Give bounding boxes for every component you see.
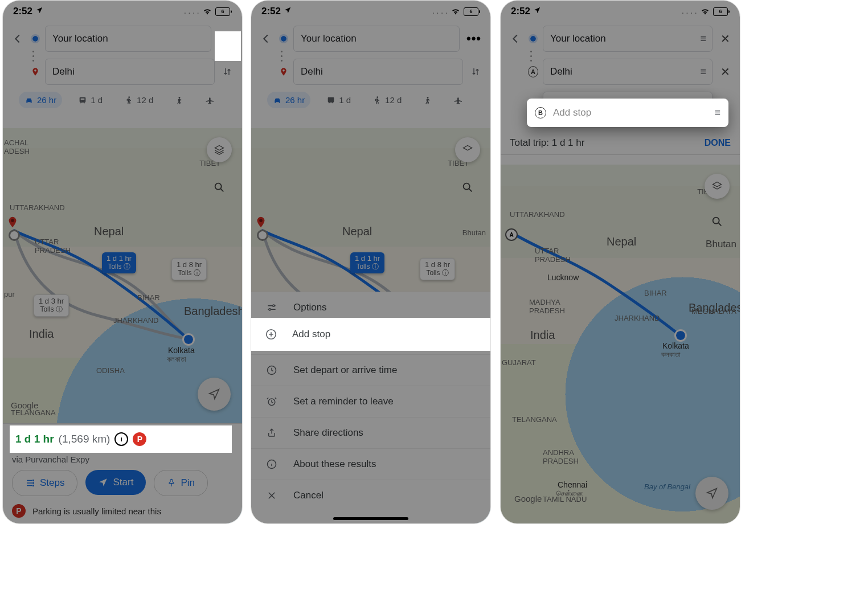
- recenter-button[interactable]: [198, 378, 231, 411]
- layers-button[interactable]: [705, 174, 730, 199]
- map-destination-marker-icon: [676, 331, 685, 340]
- destination-input[interactable]: Delhi: [45, 59, 215, 85]
- map-label: JHARKHAND: [113, 316, 158, 325]
- search-map-button[interactable]: [705, 209, 730, 234]
- route-chip-alt-2[interactable]: 1 d 3 hrTolls ⓘ: [34, 294, 69, 317]
- svg-point-6: [32, 485, 34, 486]
- route-chip-alt-1[interactable]: 1 d 8 hrTolls ⓘ: [171, 258, 207, 280]
- map-label: Nepal: [94, 225, 124, 238]
- svg-point-10: [464, 183, 470, 190]
- mode-rideshare[interactable]: [169, 92, 190, 108]
- pin-button[interactable]: Pin: [154, 470, 208, 496]
- swap-button[interactable]: [219, 64, 235, 80]
- share-icon: [265, 427, 279, 439]
- sheet-reminder[interactable]: Set a reminder to leave: [251, 386, 490, 417]
- waypoint-connector-icon: [530, 51, 532, 62]
- back-button[interactable]: [507, 31, 523, 47]
- home-indicator: [333, 517, 408, 520]
- drag-handle-icon[interactable]: ≡: [700, 33, 706, 45]
- clock: 2:52: [511, 6, 541, 17]
- steps-button[interactable]: Steps: [12, 470, 77, 496]
- parking-notice: Parking is usually limited near this: [32, 506, 161, 516]
- more-options-sheet: Options Add stop Set depart or arrive ti…: [251, 292, 490, 523]
- clock: 2:52: [13, 6, 43, 17]
- layers-button[interactable]: [455, 137, 480, 162]
- trip-summary-row: Total trip: 1 d 1 hr DONE: [501, 127, 740, 155]
- close-icon: [265, 490, 279, 501]
- trip-distance: (1,569 km): [55, 439, 107, 452]
- svg-point-3: [215, 183, 222, 190]
- sheet-share[interactable]: Share directions: [251, 417, 490, 448]
- info-icon: [265, 459, 279, 470]
- add-stop-input[interactable]: Add stop≡: [543, 92, 713, 118]
- clock-icon: [265, 365, 279, 376]
- alarm-icon: [265, 396, 279, 407]
- parking-badge-icon: P: [12, 504, 26, 518]
- route-chip-main[interactable]: 1 d 1 hrTolls ⓘ: [102, 252, 136, 273]
- back-button[interactable]: [258, 31, 274, 47]
- origin-input[interactable]: Your location: [45, 26, 211, 52]
- origin-marker-icon: [30, 36, 40, 42]
- map-label: UTTAR PRADESH: [35, 238, 71, 255]
- stop-a-input[interactable]: Delhi≡: [543, 59, 713, 85]
- svg-point-12: [269, 309, 271, 310]
- mode-transit[interactable]: 1 d: [72, 92, 108, 108]
- swap-button[interactable]: [468, 64, 484, 80]
- map-label: India: [29, 328, 54, 341]
- back-button[interactable]: [10, 31, 26, 47]
- sheet-handle-icon[interactable]: [110, 431, 135, 433]
- map-destination-marker-icon: [184, 335, 193, 344]
- directions-header: Your location≡ ✕ A Delhi≡ ✕ B Add stop≡ …: [501, 20, 740, 127]
- map-label: ACHAL ADESH: [4, 138, 30, 155]
- directions-header: Your location ••• Delhi 26 hr 1 d 12 d: [3, 20, 242, 116]
- layers-button[interactable]: [207, 137, 232, 162]
- start-button[interactable]: Start: [85, 470, 146, 495]
- destination-input[interactable]: Delhi: [293, 59, 463, 85]
- svg-point-9: [259, 219, 263, 223]
- sheet-cancel[interactable]: Cancel: [251, 480, 490, 511]
- mode-flight[interactable]: [200, 92, 220, 108]
- more-options-button[interactable]: •••: [216, 29, 235, 48]
- screenshot-2: 2:52 . . . .6 Your location ••• Delhi 26…: [251, 0, 491, 524]
- sheet-options[interactable]: Options: [251, 292, 490, 323]
- sheet-depart-time[interactable]: Set depart or arrive time: [251, 354, 490, 386]
- origin-input[interactable]: Your location: [293, 26, 460, 52]
- drag-handle-icon[interactable]: ≡: [700, 66, 706, 78]
- status-bar: 2:52 . . . . 6: [3, 1, 242, 20]
- sheet-about[interactable]: About these results: [251, 448, 490, 480]
- recenter-button[interactable]: [695, 477, 728, 510]
- route-summary-sheet[interactable]: 1 d 1 hr (1,569 km) i P via Purvanchal E…: [3, 423, 242, 523]
- route-via: via Purvanchal Expy: [12, 455, 233, 464]
- svg-point-11: [273, 305, 275, 306]
- mode-walk[interactable]: 12 d: [118, 92, 159, 108]
- screenshot-1: 2:52 . . . . 6 Your location ••• Delhi 2…: [2, 0, 243, 524]
- info-icon[interactable]: i: [111, 439, 125, 452]
- search-map-button[interactable]: [207, 175, 232, 200]
- map-label: UTTARAKHAND: [10, 203, 65, 212]
- svg-point-8: [427, 97, 429, 99]
- origin-marker-icon: [528, 36, 538, 42]
- origin-input[interactable]: Your location≡: [543, 26, 713, 52]
- mode-car[interactable]: 26 hr: [19, 92, 62, 108]
- sliders-icon: [265, 302, 279, 313]
- stop-a-marker-icon: A: [528, 66, 538, 77]
- map-stop-a-marker-icon: A: [505, 228, 518, 241]
- svg-point-0: [128, 96, 130, 98]
- remove-stop-a-button[interactable]: ✕: [717, 64, 733, 80]
- battery-icon: 6: [215, 7, 232, 16]
- total-trip-label: Total trip:: [510, 137, 552, 148]
- search-map-button[interactable]: [455, 175, 480, 200]
- more-options-button[interactable]: •••: [464, 29, 484, 48]
- done-button[interactable]: DONE: [705, 138, 731, 148]
- svg-point-7: [376, 96, 378, 98]
- map-label: pur: [4, 290, 15, 298]
- remove-origin-button[interactable]: ✕: [717, 31, 733, 47]
- map-label: BIHAR: [137, 293, 160, 302]
- svg-point-4: [32, 480, 34, 481]
- map-view[interactable]: A TIBET UTTARAKHAND Nepal Bhutan UTTAR P…: [501, 165, 740, 523]
- sheet-add-stop[interactable]: Add stop: [251, 323, 490, 354]
- total-trip-value: 1 d 1 hr: [552, 137, 585, 148]
- drag-handle-icon[interactable]: ≡: [700, 99, 706, 111]
- travel-mode-tabs: 26 hr 1 d 12 d: [10, 92, 235, 114]
- map-origin-pin-icon: [6, 214, 19, 231]
